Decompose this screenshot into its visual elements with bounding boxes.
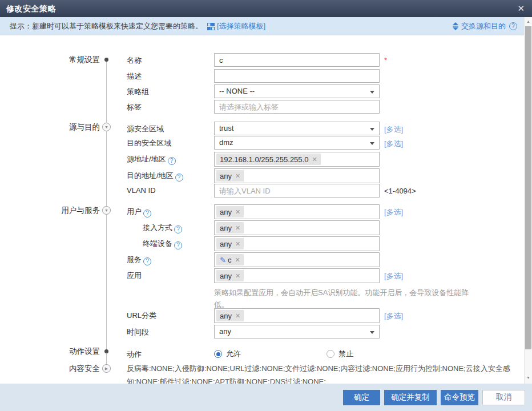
app-tagbox[interactable]: any✕ [214,268,380,283]
field-label-tags: 标签 [127,102,142,112]
service-tag: ✎c✕ [216,254,244,265]
user-tag: any✕ [216,206,244,217]
user-tagbox[interactable]: any✕ [214,204,380,219]
close-icon[interactable]: ✕ [517,3,525,14]
cancel-button[interactable]: 取消 [482,390,525,405]
dropdown-caret-icon [370,91,374,94]
src-addr-help-icon[interactable]: ? [168,157,176,165]
dst-zone-value: dmz [219,138,233,147]
url-category-multi-link[interactable]: [多选] [384,311,403,321]
url-category-tag-text: any [220,312,232,320]
field-label-src-addr: 源地址/地区 [127,155,166,163]
action-deny-option[interactable]: 禁止 [327,349,353,359]
terminal-tag-text: any [220,240,232,248]
ok-button[interactable]: 确定 [343,390,380,405]
remove-tag-icon[interactable]: ✕ [235,272,240,280]
dst-zone-select[interactable]: dmz [214,136,380,150]
field-label-user: 用户 [127,207,142,216]
action-deny-label: 禁止 [338,349,353,359]
terminal-help-icon[interactable]: ? [174,241,182,249]
src-addr-tagbox[interactable]: 192.168.1.0/255.255.255.0✕ [214,152,380,167]
user-help-icon[interactable]: ? [143,209,151,217]
url-category-tag: any✕ [216,310,244,321]
field-label-src-zone: 源安全区域 [127,124,164,134]
tags-input[interactable] [214,100,380,114]
field-label-app: 应用 [127,271,142,281]
service-help-icon[interactable]: ? [143,257,151,265]
required-asterisk: * [384,56,387,65]
vertical-scrollbar[interactable]: ▲ ▼ [524,17,532,384]
dst-addr-help-icon[interactable]: ? [175,174,183,182]
dropdown-caret-icon [370,142,374,145]
command-preview-button[interactable]: 命令预览 [441,390,478,405]
remove-tag-icon[interactable]: ✕ [235,240,240,248]
dialog-titlebar: 修改安全策略 ✕ [0,0,532,17]
field-label-terminal: 终端设备 [143,239,172,248]
scrollbar-thumb[interactable] [525,26,531,349]
user-tag-text: any [220,208,232,216]
policy-group-select[interactable]: -- NONE -- [214,84,380,98]
row-src-zone: 源安全区域 trust [多选] [0,122,524,136]
policy-group-value: -- NONE -- [219,87,255,95]
field-label-dst-addr: 目的地址/地区 [127,171,174,180]
row-access: 接入方式? any✕ [0,220,524,235]
dst-addr-tag: any✕ [216,170,244,182]
field-label-policy-group: 策略组 [127,87,149,97]
access-tag: any✕ [216,222,244,233]
row-dst-addr: 目的地址/地区? any✕ [0,168,524,183]
swap-help-icon[interactable]: ? [509,22,517,30]
scroll-up-icon[interactable]: ▲ [525,18,532,26]
src-zone-value: trust [219,124,233,132]
action-allow-label: 允许 [226,349,241,359]
radio-allow-icon [214,350,222,358]
collapse-toggle-content-security[interactable]: ▶ [102,364,111,373]
url-category-tagbox[interactable]: any✕ [214,308,380,323]
custom-service-icon: ✎ [220,256,226,264]
ok-and-copy-button[interactable]: 确定并复制 [384,390,437,405]
content-security-summary: 反病毒:NONE;入侵防御:NONE;URL过滤:NONE;文件过滤:NONE;… [127,362,514,384]
app-tag-text: any [220,272,232,280]
remove-tag-icon[interactable]: ✕ [235,256,240,264]
src-addr-tag: 192.168.1.0/255.255.255.0✕ [216,154,321,165]
select-template-link[interactable]: [选择策略模板] [217,21,265,31]
description-input[interactable] [214,69,380,83]
field-label-time-range: 时间段 [127,327,149,337]
dst-addr-tagbox[interactable]: any✕ [214,168,380,183]
radio-deny-icon [327,350,334,358]
remove-tag-icon[interactable]: ✕ [235,224,240,232]
dst-zone-multi-link[interactable]: [多选] [384,139,403,149]
field-label-url-category: URL分类 [127,311,156,321]
time-range-select[interactable]: any [214,325,380,339]
service-tagbox[interactable]: ✎c✕ [214,252,380,267]
dialog-title: 修改安全策略 [6,4,56,14]
field-label-service: 服务 [127,255,142,264]
app-multi-link[interactable]: [多选] [384,271,403,281]
terminal-tagbox[interactable]: any✕ [214,236,380,251]
remove-tag-icon[interactable]: ✕ [235,172,240,180]
field-label-dst-zone: 目的安全区域 [127,138,171,148]
remove-tag-icon[interactable]: ✕ [235,312,240,320]
src-zone-select[interactable]: trust [214,122,380,135]
row-policy-group: 策略组 -- NONE -- [0,84,524,99]
src-addr-tag-text: 192.168.1.0/255.255.255.0 [220,155,308,164]
user-multi-link[interactable]: [多选] [384,207,403,217]
remove-tag-icon[interactable]: ✕ [312,156,317,163]
remove-tag-icon[interactable]: ✕ [235,208,240,216]
field-label-action: 动作 [127,349,142,360]
dropdown-caret-icon [370,128,374,131]
time-range-value: any [219,327,231,336]
field-label-vlan: VLAN ID [127,186,156,195]
access-tagbox[interactable]: any✕ [214,220,380,235]
vlan-input[interactable] [214,184,380,198]
app-note-text: 策略如果配置应用，会自动开启SA识别功能。功能开启后，会导致设备性能降低。 [214,287,474,311]
name-input[interactable] [214,53,380,67]
security-policy-dialog: 修改安全策略 ✕ 提示：新建时可以基于策略模板来快速定义您需要的策略。 [选择策… [0,0,532,411]
src-zone-multi-link[interactable]: [多选] [384,124,403,135]
access-help-icon[interactable]: ? [174,225,182,233]
scroll-down-icon[interactable]: ▼ [525,374,532,382]
row-vlan: VLAN ID <1-4094> [0,184,524,199]
row-terminal: 终端设备? any✕ [0,236,524,251]
row-user: 用户? any✕ [多选] [0,204,524,219]
swap-source-dest-link[interactable]: 交换源和目的 [461,21,506,31]
action-allow-option[interactable]: 允许 [214,349,241,359]
